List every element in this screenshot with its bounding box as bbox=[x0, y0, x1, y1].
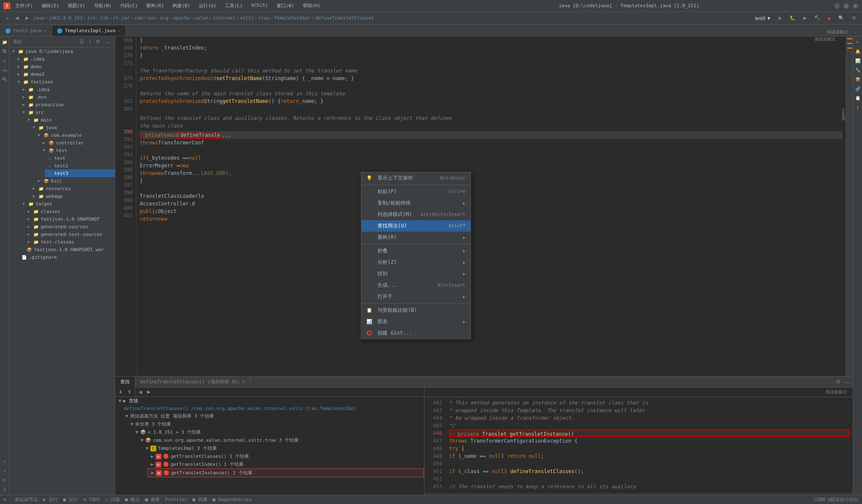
code-content[interactable]: } return _transletIndex; } The Transform… bbox=[136, 36, 846, 376]
status-dependencies[interactable]: ■ Dependencies bbox=[213, 497, 252, 502]
breadcrumb-trax[interactable]: trax bbox=[258, 15, 270, 21]
tree-demo2[interactable]: ▶ 📁 demo2 bbox=[14, 70, 115, 78]
breadcrumb-xsltc[interactable]: xsltc bbox=[240, 15, 254, 21]
menu-diagram[interactable]: 📊 图表 ▶ bbox=[361, 316, 471, 327]
search-everywhere[interactable]: 🔍 bbox=[836, 14, 847, 22]
search-method-path[interactable]: defineTransletClasses() /com.sun.org.apa… bbox=[120, 405, 424, 412]
breadcrumb-jre[interactable]: jre bbox=[87, 15, 96, 21]
nav-project-btn[interactable]: ≡ bbox=[3, 15, 11, 22]
tree-test-classes[interactable]: ▶ 📁 test-classes bbox=[25, 238, 115, 246]
status-stop[interactable]: ■ 运行 bbox=[63, 496, 78, 503]
breadcrumb-com[interactable]: com bbox=[134, 15, 143, 21]
tab-test3[interactable]: test3.java ✕ bbox=[0, 25, 52, 36]
sidebar-icon-terminal[interactable]: ⬇ bbox=[1, 467, 8, 474]
tree-java-src[interactable]: ▼ 📁 java bbox=[30, 124, 115, 131]
right-icon-2[interactable]: 🔔 bbox=[854, 47, 862, 55]
menu-analyze[interactable]: 分析(Z) ▶ bbox=[361, 257, 471, 268]
result-gettransletindex[interactable]: ▶ m 🔴 getTransletIndex() 1 个结果 bbox=[147, 460, 424, 468]
build-button[interactable]: 🔨 bbox=[812, 14, 823, 22]
result-gettransletclasses[interactable]: ▶ m 🔴 getTransletClasses() 1 个结果 bbox=[147, 452, 424, 460]
search-method-header[interactable]: ▼ ▶ 方法 bbox=[115, 397, 424, 405]
menu-open-in[interactable]: 打开于 ▶ bbox=[361, 291, 471, 302]
class-header[interactable]: ▼ C TemplatesImpl 3 个结果 bbox=[142, 444, 424, 452]
menu-file[interactable]: 文件(F) bbox=[14, 2, 35, 10]
maximize-button[interactable]: □ bbox=[843, 3, 849, 9]
search-prev[interactable]: ◀ bbox=[137, 388, 144, 396]
tree-idea[interactable]: ▶ 📁 .idea bbox=[14, 55, 115, 63]
breadcrumb-templatesimpl[interactable]: TemplatesImpl bbox=[274, 15, 310, 21]
status-problems[interactable]: ⚠ 问题 bbox=[105, 496, 120, 503]
tree-test3-java[interactable]: ☕ test3 bbox=[45, 169, 115, 177]
tree-fastjson[interactable]: ▼ 📁 fastjson bbox=[14, 78, 115, 86]
nav-back-btn[interactable]: ◀ bbox=[13, 14, 21, 22]
breadcrumb-sun[interactable]: sun bbox=[147, 15, 156, 21]
search-expand-all[interactable]: ⬇ bbox=[117, 388, 124, 396]
status-icon-1[interactable]: ≡ bbox=[3, 497, 6, 502]
minimize-button[interactable]: — bbox=[834, 3, 840, 9]
close-button[interactable]: ✕ bbox=[853, 3, 859, 9]
tree-production[interactable]: ▶ 📁 production bbox=[19, 101, 115, 108]
tree-target[interactable]: ▼ 📁 target bbox=[19, 200, 115, 208]
sidebar-close-btn[interactable]: — bbox=[103, 38, 111, 45]
sidebar-icon-event[interactable]: ⚙ bbox=[1, 476, 8, 484]
tree-demo[interactable]: ▶ 📁 demo bbox=[14, 63, 115, 70]
tree-gen-test-src[interactable]: ▶ 📁 generated-test-sources bbox=[25, 230, 115, 238]
menu-show-context[interactable]: 💡 显示上下文操作 Alt+Enter bbox=[361, 172, 471, 184]
coverage-button[interactable]: ▶ bbox=[801, 14, 809, 22]
uncategorized-header[interactable]: ▼ 未分类 3 个结果 bbox=[127, 420, 424, 428]
right-icon-7[interactable]: 📋 bbox=[854, 94, 862, 102]
sidebar-settings-btn[interactable]: ⚙ bbox=[94, 38, 102, 45]
breadcrumb-apache[interactable]: apache bbox=[173, 15, 190, 21]
menu-run[interactable]: 运行(U) bbox=[197, 2, 218, 10]
breadcrumb-jdk[interactable]: jdk1.8.0_151 bbox=[49, 15, 83, 21]
tree-gen-src[interactable]: ▶ 📁 generated-sources bbox=[25, 223, 115, 230]
bottom-tab-search[interactable]: 查找 bbox=[115, 377, 135, 388]
reader-mode-label[interactable]: 阅读器模式 bbox=[815, 36, 836, 42]
debug-button[interactable]: 🐛 bbox=[787, 14, 798, 22]
status-new-node[interactable]: 新起始节点 bbox=[15, 496, 38, 503]
menu-build[interactable]: 构建(B) bbox=[171, 2, 192, 10]
right-icon-4[interactable]: 🔧 bbox=[854, 66, 862, 74]
menu-vcs[interactable]: VCS(S) bbox=[249, 2, 270, 10]
sidebar-icon-git[interactable]: ⬆ bbox=[1, 457, 8, 465]
tree-main[interactable]: ▼ 📁 main bbox=[25, 116, 115, 124]
reader-mode-toggle[interactable]: 阅读器模式 bbox=[824, 28, 851, 36]
tree-snapshot[interactable]: ▶ 📁 fastjson-1.0-SNAPSHOT bbox=[25, 215, 115, 223]
menu-tools[interactable]: 工具(L) bbox=[223, 2, 244, 10]
breadcrumb-xalan[interactable]: xalan bbox=[194, 15, 208, 21]
tree-evil[interactable]: ▶ 📦 Evil bbox=[35, 177, 115, 185]
status-run[interactable]: ▶ 运行 bbox=[43, 496, 58, 503]
tab-close-templatesimpl[interactable]: ✕ bbox=[118, 28, 120, 33]
menu-code[interactable]: 代码(C) bbox=[119, 2, 140, 10]
sidebar-collapse-btn[interactable]: ⟨ bbox=[87, 38, 92, 45]
breadcrumb-java[interactable]: java bbox=[33, 15, 44, 21]
menu-find-usages[interactable]: 查找用法(U) Alt+F7 bbox=[361, 220, 471, 232]
tree-test-java[interactable]: ☕ test bbox=[45, 154, 115, 162]
tree-src[interactable]: ▼ 📁 src bbox=[19, 108, 115, 116]
run-config-selector[interactable]: test3 ▼ bbox=[753, 15, 774, 22]
tree-gitignore[interactable]: 📄 .gitignore bbox=[19, 253, 115, 261]
sidebar-icon-ant[interactable]: 🐜 bbox=[1, 66, 8, 74]
menu-compare-clipboard[interactable]: 📋 与剪贴板比较(B) bbox=[361, 305, 471, 316]
menu-refactor[interactable]: 重构(R) ▶ bbox=[361, 232, 471, 243]
menu-help[interactable]: 帮助(H) bbox=[301, 2, 322, 10]
status-profiler[interactable]: Profiler bbox=[165, 497, 188, 502]
result-gettransletinstance[interactable]: ▶ m 🔴 getTransletInstance() 1 个结果 bbox=[147, 468, 424, 477]
breadcrumb-method[interactable]: defineTransletClasses bbox=[315, 15, 374, 21]
run-button[interactable]: ▶ bbox=[776, 14, 784, 22]
status-services[interactable]: ■ 服务 bbox=[145, 496, 160, 503]
usage-header[interactable]: ▼ 用法或基方法 位置 项目和库 3 个结果 bbox=[122, 412, 424, 420]
sidebar-icon-structure[interactable]: 🏗 bbox=[1, 47, 8, 55]
sidebar-icon-favorites[interactable]: ★ bbox=[1, 57, 8, 64]
stop-button[interactable]: ■ bbox=[825, 15, 833, 22]
tree-test2-java[interactable]: ☕ test2 bbox=[45, 162, 115, 169]
menu-window[interactable]: 窗口(W) bbox=[275, 2, 296, 10]
menu-view[interactable]: 视图(V) bbox=[66, 2, 87, 10]
tree-fastjson-idea[interactable]: ▶ 📁 .idea bbox=[19, 86, 115, 93]
menu-create-gist[interactable]: ⭕ 创建 Gist... bbox=[361, 327, 471, 339]
sidebar-icon-1[interactable]: 📁 bbox=[1, 38, 8, 46]
tree-mvn[interactable]: ▶ 📁 .mvn bbox=[19, 93, 115, 101]
tree-war[interactable]: 📦 fastjson-1.0-SNAPSHOT.war bbox=[25, 246, 115, 253]
sidebar-config-btn[interactable]: ☰ bbox=[78, 38, 86, 45]
tree-test-folder[interactable]: ▼ 📦 test bbox=[40, 147, 115, 154]
